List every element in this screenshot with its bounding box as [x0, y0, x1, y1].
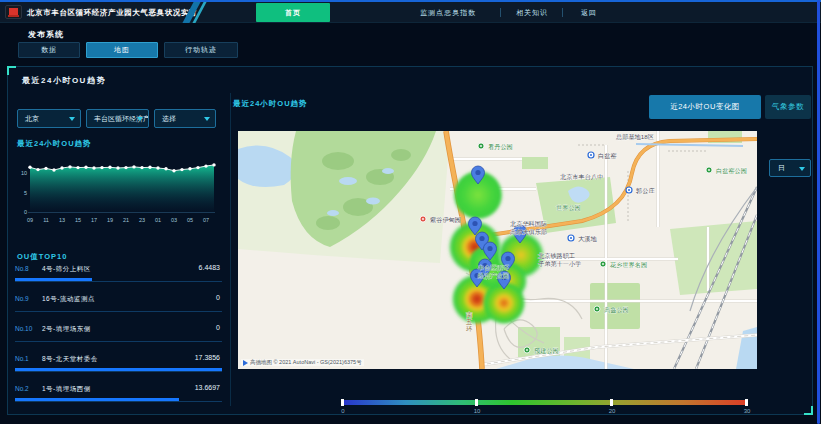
map-section-title: 最近24小时OU趋势 — [233, 99, 308, 109]
legend-tick-label: 0 — [335, 408, 351, 414]
station-name: 4号-筛分上料区 — [42, 265, 91, 274]
svg-text:21: 21 — [123, 217, 129, 223]
map-label: 总部基地18区 — [615, 133, 654, 141]
legend-tick-label: 10 — [469, 408, 485, 414]
rank-value: 0 — [216, 324, 220, 331]
map-label: 大溪地 — [578, 235, 597, 243]
map-label: 白盆窑公园 — [716, 167, 747, 175]
rank-value: 6.4483 — [199, 264, 220, 271]
nav-home[interactable]: 首页 — [256, 3, 330, 22]
legend-tick-label: 20 — [604, 408, 620, 414]
station-name: 2号-填埋场东侧 — [42, 325, 91, 334]
map-attribution: 高德地图 © 2021 AutoNavi - GS(2021)6375号 — [241, 359, 364, 366]
main-panel: 最近24小时OU趋势 北京 丰台区循环经济产 选择 最近24小时OU趋势 051… — [7, 66, 813, 415]
rank-bar — [15, 278, 222, 282]
trend-area-chart: 0510091113151719212301030507 — [14, 150, 221, 234]
svg-text:5: 5 — [24, 190, 27, 196]
svg-text:09: 09 — [27, 217, 33, 223]
map-label: 世界公园 — [556, 204, 581, 212]
legend-tick-label: 30 — [739, 408, 755, 414]
autonavi-logo-icon — [243, 360, 248, 366]
app-logo-icon — [5, 5, 22, 19]
map-label: 高鑫公园 — [604, 306, 629, 314]
ranking-row[interactable]: No.2 1号-填埋场西侧 13.6697 — [15, 381, 222, 411]
nav-separator — [562, 8, 563, 17]
publish-system-label: 发布系统 — [28, 29, 64, 40]
map-label: 南五环 — [466, 311, 473, 332]
top-bar: 北京市丰台区循环经济产业园大气恶臭状况实时 首页 监测点恶臭指数 相关知识 返回 — [0, 2, 821, 23]
panel-corner-accent — [804, 406, 813, 415]
svg-text:17: 17 — [91, 217, 97, 223]
svg-text:01: 01 — [155, 217, 161, 223]
period-select-value: 日 — [778, 164, 785, 171]
rank-bar — [15, 338, 222, 342]
legend-tick-marker — [610, 399, 613, 406]
map-label: 北京铁路职工 — [538, 252, 575, 260]
svg-text:19: 19 — [107, 217, 113, 223]
map-label: 北京市丰台八中 — [560, 173, 603, 181]
period-select[interactable]: 日 — [769, 159, 811, 177]
rank-value: 13.6697 — [195, 384, 220, 391]
legend-tick-marker — [475, 399, 478, 406]
app-window: 北京市丰台区循环经济产业园大气恶臭状况实时 首页 监测点恶臭指数 相关知识 返回… — [0, 0, 821, 424]
trend-chart-title: 最近24小时OU趋势 — [17, 139, 92, 149]
map-label: 高尔夫俱乐部 — [510, 228, 547, 236]
ranking-row[interactable]: No.8 4号-筛分上料区 6.4483 — [15, 261, 222, 291]
rank-value: 0 — [216, 294, 220, 301]
svg-text:23: 23 — [139, 217, 145, 223]
chevron-down-icon — [204, 117, 210, 121]
legend-tick-marker — [745, 399, 748, 406]
nav-knowledge[interactable]: 相关知识 — [506, 5, 558, 20]
rank-bar — [15, 398, 222, 402]
ou-change-chart-button[interactable]: 近24小时OU变化图 — [649, 95, 761, 119]
rank-bar — [15, 308, 222, 312]
station-name: 8号-北天堂村委会 — [42, 355, 98, 364]
chevron-down-icon — [137, 117, 143, 121]
svg-text:13: 13 — [59, 217, 65, 223]
svg-text:11: 11 — [43, 217, 49, 223]
chevron-down-icon — [69, 117, 75, 121]
svg-text:05: 05 — [187, 217, 193, 223]
rank-label: No.10 — [15, 325, 32, 332]
ranking-row[interactable]: No.1 8号-北天堂村委会 17.3856 — [15, 351, 222, 381]
rank-value: 17.3856 — [195, 354, 220, 361]
chevron-down-icon — [799, 167, 805, 171]
svg-text:07: 07 — [203, 217, 209, 223]
legend-tick-marker — [341, 399, 344, 406]
map-canvas[interactable]: 看丹公园总部基地18区白盆窑白盆窑公园北京市丰台八中郭公庄世界公园北京华科国际高… — [238, 131, 757, 369]
rank-label: No.9 — [15, 295, 29, 302]
tab-map[interactable]: 地图 — [86, 42, 158, 58]
app-title: 北京市丰台区循环经济产业园大气恶臭状况实时 — [27, 8, 197, 18]
map-label: 看丹公园 — [488, 143, 513, 151]
map-label: 白盆窑 — [598, 152, 617, 160]
tab-data[interactable]: 数据 — [18, 42, 80, 58]
tab-trajectory[interactable]: 行动轨迹 — [164, 42, 238, 58]
rank-label: No.1 — [15, 355, 29, 362]
station-name: 1号-填埋场西侧 — [42, 385, 91, 394]
ranking-row[interactable]: No.10 2号-填埋场东侧 0 — [15, 321, 222, 351]
heatmap-legend-gradient — [341, 400, 748, 405]
city-select[interactable]: 北京 — [17, 109, 81, 128]
panel-corner-accent — [7, 66, 16, 75]
station-select[interactable]: 选择 — [154, 109, 216, 128]
nav-back[interactable]: 返回 — [568, 5, 610, 20]
nav-separator — [500, 8, 501, 17]
map-label: 北京华科国际 — [510, 220, 547, 228]
rank-label: No.8 — [15, 265, 29, 272]
map-label: 经济产业园 — [477, 272, 509, 280]
ranking-row[interactable]: No.9 16号-流动监测点 0 — [15, 291, 222, 321]
svg-text:03: 03 — [171, 217, 177, 223]
panel-title: 最近24小时OU趋势 — [22, 75, 106, 86]
map-label: 郭公庄 — [635, 187, 655, 195]
map-container: 看丹公园总部基地18区白盆窑白盆窑公园北京市丰台八中郭公庄世界公园北京华科国际高… — [238, 131, 757, 369]
map-label: 丰台区循环 — [477, 264, 510, 272]
weather-params-button[interactable]: 气象参数 — [765, 95, 811, 119]
map-label: 子弟第十一小学 — [538, 260, 581, 268]
column-divider — [230, 93, 231, 406]
svg-text:10: 10 — [21, 170, 27, 176]
svg-text:15: 15 — [75, 217, 81, 223]
park-select[interactable]: 丰台区循环经济产 — [86, 109, 149, 128]
nav-odor-index[interactable]: 监测点恶臭指数 — [400, 5, 496, 20]
svg-text:0: 0 — [24, 209, 27, 215]
vertical-scrollbar[interactable] — [817, 0, 820, 424]
